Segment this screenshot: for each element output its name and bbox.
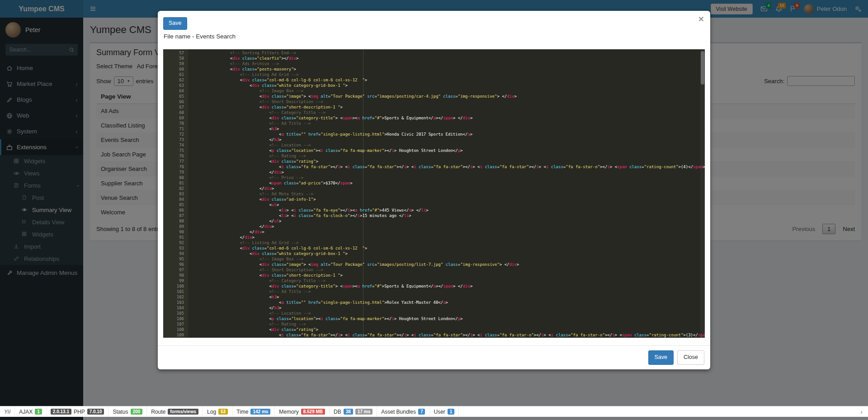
db-time-badge: 17 ms — [355, 409, 373, 415]
save-button[interactable]: Save — [648, 350, 674, 365]
debugbar-collapse-icon[interactable]: › — [855, 408, 868, 415]
editor-scrollbar-thumb[interactable] — [701, 51, 704, 85]
editor-lines[interactable]: <!-- Sorting Filters End--> <div class="… — [188, 49, 705, 338]
debug-assets-block[interactable]: Asset Bundles 7 — [377, 406, 429, 417]
debug-log-block[interactable]: Log 53 — [203, 406, 232, 417]
route-badge: forms/views — [168, 409, 198, 415]
debug-ajax-block[interactable]: AJAX 1 — [15, 406, 47, 417]
yii-logo[interactable]: Yii — [0, 406, 15, 417]
print-margin — [363, 49, 363, 338]
debug-route-block[interactable]: Route forms/views — [147, 406, 203, 417]
debug-time-block[interactable]: Time 142 ms — [232, 406, 275, 417]
modal-footer: Save Close — [158, 345, 710, 369]
modal-title: File name - Events Search — [164, 33, 236, 40]
debug-toolbar: Yii AJAX 1 2.0.13.1 PHP 7.0.10 Status 20… — [0, 406, 868, 417]
yii-version-badge: 2.0.13.1 — [51, 409, 71, 415]
editor-gutter: 5758596061626364656667686970717273747576… — [163, 49, 188, 338]
ajax-count-badge: 1 — [35, 409, 42, 415]
memory-badge: 8.529 MB — [301, 409, 325, 415]
code-editor[interactable]: 5758596061626364656667686970717273747576… — [163, 49, 705, 338]
close-icon[interactable]: × — [698, 14, 704, 24]
log-badge: 53 — [218, 409, 228, 415]
screen: Yumpee CMS Visit Website 4 10 9 Peter Od… — [0, 0, 868, 420]
debug-db-block[interactable]: DB 38 17 ms — [330, 406, 377, 417]
assets-badge: 7 — [418, 409, 425, 415]
close-button[interactable]: Close — [677, 350, 704, 365]
debug-php-block[interactable]: 2.0.13.1 PHP 7.0.10 — [47, 406, 109, 417]
db-count-badge: 38 — [344, 409, 353, 415]
debug-memory-block[interactable]: Memory 8.529 MB — [275, 406, 330, 417]
user-badge: 1 — [448, 409, 455, 415]
time-badge: 142 ms — [250, 409, 270, 415]
status-badge: 200 — [131, 409, 143, 415]
editor-scrollbar[interactable] — [700, 49, 705, 338]
debug-status-block[interactable]: Status 200 — [108, 406, 147, 417]
debug-user-block[interactable]: User 1 — [429, 406, 459, 417]
php-version-badge: 7.0.10 — [87, 409, 104, 415]
save-button-top[interactable]: Save — [163, 17, 187, 30]
file-editor-modal: Save × File name - Events Search 5758596… — [158, 11, 710, 369]
